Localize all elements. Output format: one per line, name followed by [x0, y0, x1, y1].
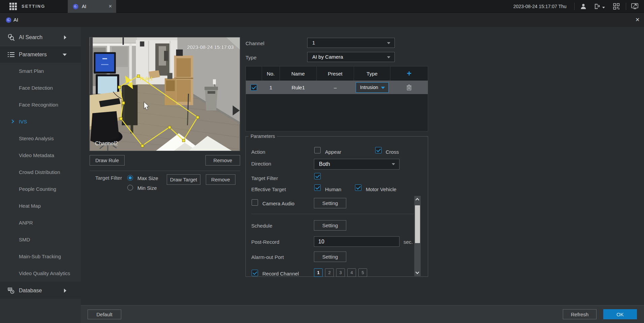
target-filter-checkbox[interactable] [314, 173, 321, 179]
rule-name-cell: Rule1 [280, 81, 317, 94]
sidebar-item-ivs[interactable]: IVS [0, 113, 81, 130]
record-channel-1-button[interactable]: 1 [314, 268, 323, 277]
schedule-label: Schedule [251, 223, 272, 229]
draw-rule-button[interactable]: Draw Rule [90, 155, 125, 166]
window-close-button[interactable]: ✕ [635, 13, 640, 27]
cross-label[interactable]: Cross [386, 149, 399, 155]
sidebar-item-face-detection[interactable]: Face Detection [0, 80, 81, 96]
motor-vehicle-label[interactable]: Motor Vehicle [366, 186, 396, 193]
record-channel-checkbox[interactable] [252, 270, 258, 276]
scroll-up-icon[interactable] [415, 198, 419, 202]
ai-type-select-value: AI by Camera [312, 54, 343, 60]
sidebar-item-video-quality-analytics[interactable]: Video Quality Analytics [0, 265, 81, 282]
logout-icon[interactable] [594, 3, 600, 9]
record-channel-label[interactable]: Record Channel [262, 271, 299, 277]
sidebar-item-people-counting[interactable]: People Counting [0, 181, 81, 198]
motor-vehicle-checkbox[interactable] [355, 184, 361, 191]
setting-menu-label[interactable]: SETTING [22, 0, 45, 13]
qr-code-icon[interactable] [613, 3, 620, 10]
rule-no-cell: 1 [262, 81, 280, 94]
channel-select[interactable]: 1 [307, 38, 395, 48]
user-account-icon[interactable] [580, 3, 587, 10]
target-filter-param-label: Target Filter [251, 175, 278, 181]
channel-select-value: 1 [312, 40, 315, 46]
ok-button[interactable]: OK [603, 309, 637, 319]
header-type: Type [354, 66, 391, 81]
collapse-down-icon [63, 54, 67, 56]
sidebar-item-anpr[interactable]: ANPR [0, 214, 81, 231]
sidebar: AI Search Parameters Smart Plan Face Det… [0, 27, 81, 323]
header-select-column [246, 66, 262, 81]
rule-table-row[interactable]: 1 Rule1 – Intrusion [246, 81, 428, 94]
rule-name-overlay: Rule1 [140, 76, 153, 81]
direction-select[interactable]: Both [314, 159, 399, 170]
header-no: No. [262, 66, 280, 81]
record-channel-3-button[interactable]: 3 [336, 268, 345, 277]
sidebar-item-heat-map[interactable]: Heat Map [0, 198, 81, 214]
camera-audio-checkbox[interactable] [252, 199, 258, 206]
header-name: Name [280, 66, 317, 81]
camera-audio-setting-button[interactable]: Setting [314, 198, 346, 208]
schedule-setting-button[interactable]: Setting [314, 220, 346, 231]
scroll-down-icon[interactable] [415, 270, 419, 274]
min-size-label[interactable]: Min Size [137, 185, 157, 191]
alarm-out-setting-button[interactable]: Setting [314, 252, 346, 262]
remove-target-button[interactable]: Remove [206, 174, 235, 185]
parameters-section: Parameters Action Appear Cross Direction… [246, 136, 428, 277]
ai-type-select[interactable]: AI by Camera [307, 52, 395, 62]
record-channel-2-button[interactable]: 2 [325, 268, 334, 277]
record-channel-4-button[interactable]: 4 [347, 268, 356, 277]
refresh-button[interactable]: Refresh [563, 309, 597, 319]
parameters-scrollbar[interactable] [414, 196, 421, 276]
sidebar-item-face-recognition[interactable]: Face Recognition [0, 96, 81, 113]
sidebar-item-main-sub-tracking[interactable]: Main-Sub Tracking [0, 248, 81, 265]
record-channel-5-button[interactable]: 5 [358, 268, 367, 277]
human-label[interactable]: Human [325, 186, 341, 193]
max-size-radio[interactable] [127, 175, 133, 181]
channel-label: Channel [246, 40, 264, 47]
logout-caret-icon[interactable] [602, 7, 605, 8]
direction-label: Direction [251, 161, 271, 167]
tab-title: AI [82, 0, 86, 13]
post-record-input[interactable] [314, 236, 399, 247]
main-content: Rule1 2023-08-24 15:17:03 Channel2 Draw … [81, 27, 644, 305]
camera-audio-label[interactable]: Camera Audio [262, 201, 294, 207]
human-checkbox[interactable] [314, 184, 321, 191]
draw-target-button[interactable]: Draw Target [167, 174, 200, 185]
max-size-label[interactable]: Max Size [137, 175, 158, 181]
default-button[interactable]: Default [88, 310, 121, 319]
sidebar-item-crowd-distribution[interactable]: Crowd Distribution [0, 164, 81, 181]
alarm-out-port-label: Alarm-out Port [251, 254, 284, 260]
sidebar-item-parameters[interactable]: Parameters [0, 46, 81, 63]
display-output-icon[interactable] [631, 3, 639, 10]
database-icon [7, 287, 15, 294]
ai-search-icon [7, 34, 15, 41]
appear-label[interactable]: Appear [325, 149, 341, 155]
tab-close-icon[interactable]: ✕ [108, 0, 112, 13]
scrollbar-thumb[interactable] [415, 205, 420, 243]
expand-right-icon [64, 289, 66, 293]
apps-grid-icon[interactable] [9, 3, 17, 10]
sidebar-item-smart-plan[interactable]: Smart Plan [0, 63, 81, 80]
ai-tab-icon [72, 3, 79, 10]
sidebar-item-video-metadata[interactable]: Video Metadata [0, 147, 81, 164]
rule-type-select[interactable]: Intrusion [356, 82, 389, 93]
add-rule-button[interactable]: + [407, 70, 412, 77]
delete-rule-icon[interactable] [407, 85, 412, 90]
remove-rule-button[interactable]: Remove [205, 155, 240, 166]
sidebar-item-smd[interactable]: SMD [0, 231, 81, 248]
parameters-list-icon [7, 51, 15, 58]
footer-bar: Default Refresh OK [81, 305, 644, 323]
rules-table: No. Name Preset Type + 1 Rule1 – Intrusi… [246, 66, 428, 131]
appear-checkbox[interactable] [314, 147, 321, 153]
live-preview-canvas[interactable]: Rule1 2023-08-24 15:17:03 Channel2 [89, 37, 240, 151]
rule-enabled-checkbox[interactable] [251, 84, 257, 91]
min-size-radio[interactable] [127, 185, 133, 190]
top-bar: SETTING AI ✕ 2023-08-24 15:17:07 Thu [0, 0, 644, 13]
sidebar-item-stereo-analysis[interactable]: Stereo Analysis [0, 130, 81, 147]
expand-right-icon [64, 35, 66, 39]
cross-checkbox[interactable] [375, 147, 382, 153]
sidebar-item-database[interactable]: Database [0, 282, 81, 299]
sidebar-item-ai-search[interactable]: AI Search [0, 29, 81, 46]
tab-ai[interactable]: AI ✕ [67, 0, 117, 13]
